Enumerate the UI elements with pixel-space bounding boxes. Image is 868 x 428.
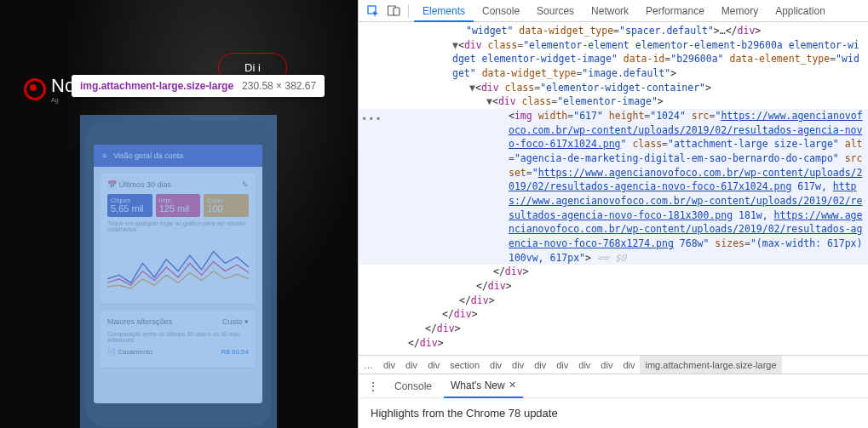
devtools-tab-elements[interactable]: Elements xyxy=(414,0,474,22)
drawer-headline: Highlights from the Chrome 78 update xyxy=(371,407,856,419)
breadcrumb-item[interactable]: div xyxy=(573,356,595,374)
drawer-tab-console[interactable]: Console xyxy=(388,374,439,398)
webpage-preview: No Ag Di i img.attachment-large.size-lar… xyxy=(0,0,358,428)
breadcrumb-item[interactable]: div xyxy=(551,356,573,374)
breadcrumb-item[interactable]: div xyxy=(378,356,400,374)
devtools-panel: ElementsConsoleSourcesNetworkPerformance… xyxy=(358,0,868,428)
breadcrumb-item[interactable]: div xyxy=(595,356,618,374)
devtools-tab-performance[interactable]: Performance xyxy=(637,0,713,22)
breadcrumb-item[interactable]: div xyxy=(400,356,423,374)
target-icon xyxy=(24,78,46,100)
drawer-tab-whatsnew[interactable]: What's New ✕ xyxy=(444,374,523,398)
element-inspect-tooltip: img.attachment-large.size-large 230.58 ×… xyxy=(72,75,325,97)
separator xyxy=(408,4,409,18)
devtools-tab-sources[interactable]: Sources xyxy=(528,0,583,22)
selected-element-line[interactable]: <img width="617" height="1024" src="http… xyxy=(359,109,868,265)
element-highlight-overlay xyxy=(80,115,277,428)
tooltip-dimensions: 230.58 × 382.67 xyxy=(242,80,316,92)
breadcrumb-item[interactable]: div xyxy=(423,356,445,374)
site-logo: No Ag xyxy=(24,75,75,103)
devtools-tabs: ElementsConsoleSourcesNetworkPerformance… xyxy=(414,0,834,22)
devtools-toolbar: ElementsConsoleSourcesNetworkPerformance… xyxy=(359,0,868,22)
row-actions-dots[interactable]: ••• xyxy=(361,113,382,125)
logo-subtext: Ag xyxy=(51,97,75,103)
drawer: ⋮ Console What's New ✕ Highlights from t… xyxy=(359,374,868,428)
breadcrumb-item[interactable]: div xyxy=(485,356,507,374)
svg-rect-2 xyxy=(394,8,400,15)
device-toggle-icon[interactable] xyxy=(384,2,403,20)
devtools-tab-application[interactable]: Application xyxy=(767,0,834,22)
inspect-icon[interactable] xyxy=(364,2,382,20)
elements-tree[interactable]: "widget" data-widget_type="spacer.defaul… xyxy=(359,22,868,355)
breadcrumb-item[interactable]: div xyxy=(529,356,551,374)
drawer-menu-icon[interactable]: ⋮ xyxy=(364,379,382,393)
breadcrumb-item[interactable]: … xyxy=(359,356,378,374)
breadcrumb-item[interactable]: div xyxy=(618,356,640,374)
devtools-tab-network[interactable]: Network xyxy=(583,0,637,22)
devtools-tab-memory[interactable]: Memory xyxy=(713,0,767,22)
breadcrumb-item[interactable]: section xyxy=(445,356,485,374)
breadcrumb-item[interactable]: img.attachment-large.size-large xyxy=(640,356,781,374)
drawer-tabs: ⋮ Console What's New ✕ xyxy=(359,374,868,398)
devtools-tab-console[interactable]: Console xyxy=(474,0,528,22)
drawer-body: Highlights from the Chrome 78 update xyxy=(359,398,868,428)
close-icon[interactable]: ✕ xyxy=(509,379,516,391)
breadcrumb-bar[interactable]: …divdivdivsectiondivdivdivdivdivdivdivim… xyxy=(359,355,868,374)
breadcrumb-item[interactable]: div xyxy=(507,356,529,374)
tooltip-selector: img.attachment-large.size-large xyxy=(80,80,233,92)
